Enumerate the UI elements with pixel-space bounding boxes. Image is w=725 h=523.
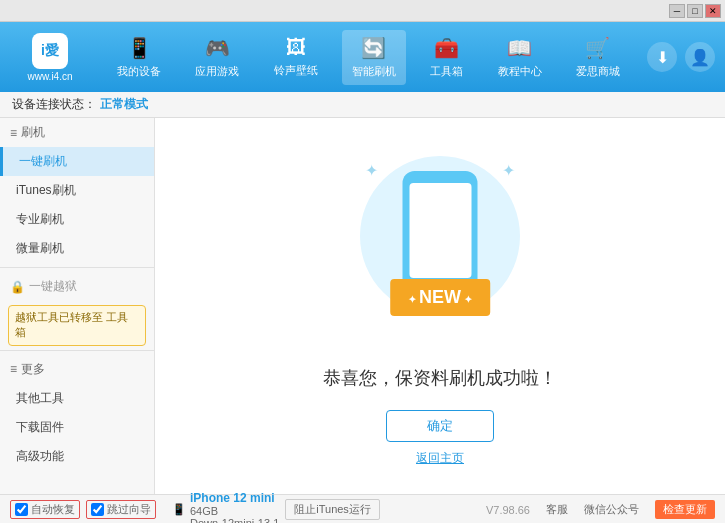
device-info: 📱 iPhone 12 mini 64GB Down-12mini-13,1 [172, 491, 279, 524]
more-section-icon: ≡ [10, 362, 17, 376]
skip-wizard-label: 跳过向导 [107, 502, 151, 517]
sidebar-item-one-click-flash[interactable]: 一键刷机 [0, 147, 154, 176]
sidebar: ≡ 刷机 一键刷机 iTunes刷机 专业刷机 微量刷机 🔒 一键越狱 越狱工具… [0, 118, 155, 494]
apps-icon: 🎮 [205, 36, 230, 60]
back-link[interactable]: 返回主页 [416, 450, 464, 467]
minimize-button[interactable]: ─ [669, 4, 685, 18]
other-tools-label: 其他工具 [16, 390, 64, 407]
small-label: 微量刷机 [16, 240, 64, 257]
device-icon: 📱 [172, 503, 186, 516]
nav-items: 📱 我的设备 🎮 应用游戏 🖼 铃声壁纸 🔄 智能刷机 🧰 工具箱 📖 教程中心… [100, 30, 637, 85]
sidebar-divider-1 [0, 267, 154, 268]
store-label: 爱思商城 [576, 64, 620, 79]
nav-my-device[interactable]: 📱 我的设备 [107, 30, 171, 85]
itunes-label: iTunes刷机 [16, 182, 76, 199]
phone-screen [409, 183, 471, 278]
logo-icon: i愛 [32, 33, 68, 69]
logo-text: i愛 [41, 42, 59, 60]
wallpaper-icon: 🖼 [286, 36, 306, 59]
success-message: 恭喜您，保资料刷机成功啦！ [323, 366, 557, 390]
top-navigation: i愛 www.i4.cn 📱 我的设备 🎮 应用游戏 🖼 铃声壁纸 🔄 智能刷机… [0, 22, 725, 92]
sparkle-top-left: ✦ [365, 161, 378, 180]
apps-label: 应用游戏 [195, 64, 239, 79]
bottom-left: 自动恢复 跳过向导 📱 iPhone 12 mini 64GB Down-12m… [10, 491, 486, 524]
sidebar-section-more: ≡ 更多 [0, 355, 154, 384]
nav-store[interactable]: 🛒 爱思商城 [566, 30, 630, 85]
skip-wizard-checkbox-wrapper: 跳过向导 [86, 500, 156, 519]
main-area: ≡ 刷机 一键刷机 iTunes刷机 专业刷机 微量刷机 🔒 一键越狱 越狱工具… [0, 118, 725, 494]
pro-label: 专业刷机 [16, 211, 64, 228]
confirm-button[interactable]: 确定 [386, 410, 494, 442]
sidebar-item-itunes-flash[interactable]: iTunes刷机 [0, 176, 154, 205]
flash-section-icon: ≡ [10, 126, 17, 140]
jailbreak-icon: 🔒 [10, 280, 25, 294]
nav-toolbox[interactable]: 🧰 工具箱 [420, 30, 473, 85]
nav-right-buttons: ⬇ 👤 [647, 42, 715, 72]
warning-text: 越狱工具已转移至 工具箱 [15, 311, 128, 338]
close-button[interactable]: ✕ [705, 4, 721, 18]
sidebar-section-jailbreak: 🔒 一键越狱 [0, 272, 154, 301]
sidebar-item-small-flash[interactable]: 微量刷机 [0, 234, 154, 263]
nav-apps[interactable]: 🎮 应用游戏 [185, 30, 249, 85]
status-value: 正常模式 [100, 96, 148, 113]
check-update-button[interactable]: 检查更新 [655, 500, 715, 519]
bottom-bar: 自动恢复 跳过向导 📱 iPhone 12 mini 64GB Down-12m… [0, 494, 725, 523]
nav-wallpaper[interactable]: 🖼 铃声壁纸 [264, 30, 328, 84]
new-badge: NEW [390, 279, 490, 316]
sidebar-item-other-tools[interactable]: 其他工具 [0, 384, 154, 413]
smart-flash-label: 智能刷机 [352, 64, 396, 79]
window-controls[interactable]: ─ □ ✕ [669, 4, 721, 18]
device-details: iPhone 12 mini 64GB Down-12mini-13,1 [190, 491, 279, 524]
my-device-label: 我的设备 [117, 64, 161, 79]
my-device-icon: 📱 [127, 36, 152, 60]
logo-subtitle: www.i4.cn [27, 71, 72, 82]
smart-flash-icon: 🔄 [361, 36, 386, 60]
customer-service-link[interactable]: 客服 [546, 502, 568, 517]
sidebar-item-download-firmware[interactable]: 下载固件 [0, 413, 154, 442]
advanced-label: 高级功能 [16, 448, 64, 465]
app-logo: i愛 www.i4.cn [10, 33, 90, 82]
user-button[interactable]: 👤 [685, 42, 715, 72]
auto-connect-checkbox-wrapper: 自动恢复 [10, 500, 80, 519]
title-bar: ─ □ ✕ [0, 0, 725, 22]
download-button[interactable]: ⬇ [647, 42, 677, 72]
tutorial-label: 教程中心 [498, 64, 542, 79]
status-prefix: 设备连接状态： [12, 96, 96, 113]
sidebar-item-pro-flash[interactable]: 专业刷机 [0, 205, 154, 234]
auto-connect-checkbox[interactable] [15, 503, 28, 516]
toolbox-label: 工具箱 [430, 64, 463, 79]
sidebar-divider-2 [0, 350, 154, 351]
tutorial-icon: 📖 [507, 36, 532, 60]
skip-wizard-checkbox[interactable] [91, 503, 104, 516]
success-illustration: ✦ ✦ NEW [350, 146, 530, 346]
bottom-right: V7.98.66 客服 微信公众号 检查更新 [486, 500, 715, 519]
one-click-label: 一键刷机 [19, 153, 67, 170]
more-section-label: 更多 [21, 361, 45, 378]
sidebar-jailbreak-warning: 越狱工具已转移至 工具箱 [8, 305, 146, 346]
content-area: ✦ ✦ NEW 恭喜您，保资料刷机成功啦！ 确定 返回主页 [155, 118, 725, 494]
sparkle-top-right: ✦ [502, 161, 515, 180]
device-name: iPhone 12 mini [190, 491, 279, 505]
status-bar: 设备连接状态： 正常模式 [0, 92, 725, 118]
sidebar-section-flash: ≡ 刷机 [0, 118, 154, 147]
device-system: Down-12mini-13,1 [190, 517, 279, 524]
maximize-button[interactable]: □ [687, 4, 703, 18]
flash-section-label: 刷机 [21, 124, 45, 141]
toolbox-icon: 🧰 [434, 36, 459, 60]
device-storage: 64GB [190, 505, 279, 517]
version-text: V7.98.66 [486, 504, 530, 516]
nav-smart-flash[interactable]: 🔄 智能刷机 [342, 30, 406, 85]
download-firmware-label: 下载固件 [16, 419, 64, 436]
wallpaper-label: 铃声壁纸 [274, 63, 318, 78]
stop-itunes-button[interactable]: 阻止iTunes运行 [285, 499, 380, 520]
auto-connect-label: 自动恢复 [31, 502, 75, 517]
wechat-link[interactable]: 微信公众号 [584, 502, 639, 517]
store-icon: 🛒 [585, 36, 610, 60]
sidebar-item-advanced[interactable]: 高级功能 [0, 442, 154, 471]
nav-tutorial[interactable]: 📖 教程中心 [488, 30, 552, 85]
jailbreak-label: 一键越狱 [29, 278, 77, 295]
